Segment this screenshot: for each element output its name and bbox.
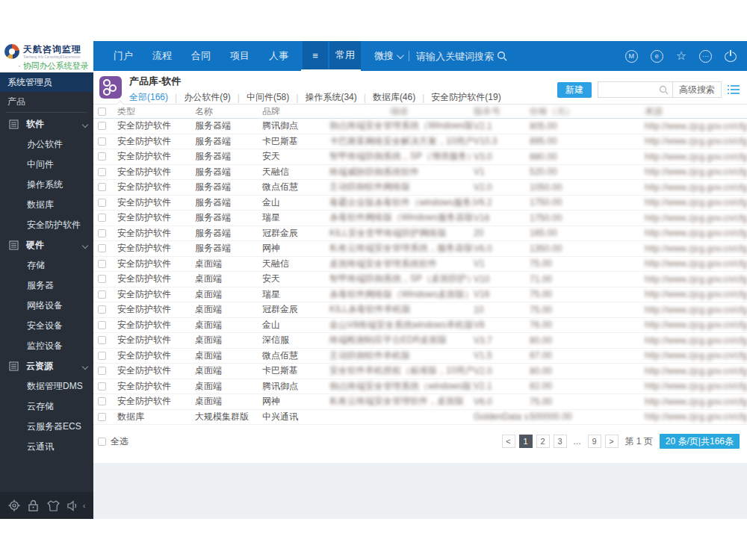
row-checkbox[interactable] <box>98 275 106 283</box>
advanced-search-button[interactable]: 高级搜索 <box>672 82 721 97</box>
settings-icon[interactable] <box>8 500 20 511</box>
tab-middleware[interactable]: 中间件(58) <box>247 91 289 104</box>
topnav-item-pinned[interactable]: 常用 <box>329 41 361 69</box>
topnav-item[interactable]: 项目 <box>220 41 259 71</box>
row-checkbox[interactable] <box>98 168 106 176</box>
sidebar-item[interactable]: 存储 <box>0 255 93 276</box>
row-checkbox[interactable] <box>98 397 106 405</box>
sidebar-group-hardware[interactable]: 硬件 <box>0 235 93 255</box>
oa-login-link[interactable]: · 协同办公系统登录 <box>18 60 89 72</box>
row-checkbox[interactable] <box>98 413 106 421</box>
sidebar-item[interactable]: 网络设备 <box>0 296 93 316</box>
table-search-input[interactable] <box>601 83 655 96</box>
row-checkbox[interactable] <box>98 199 106 207</box>
search-icon[interactable] <box>497 51 507 61</box>
row-checkbox[interactable] <box>98 244 106 252</box>
row-checkbox[interactable] <box>98 352 106 360</box>
cell-price-blurred: 1050.00 <box>530 182 645 193</box>
sidebar-item[interactable]: 数据管理DMS <box>0 376 93 396</box>
page-button-9[interactable]: 9 <box>588 435 601 448</box>
page-button-3[interactable]: 3 <box>554 435 567 448</box>
page-button-1[interactable]: 1 <box>519 435 533 448</box>
table-row[interactable]: 安全防护软件 桌面端 深信服 终端检测响应平台EDR桌面版 V3.7 80.00… <box>93 333 747 349</box>
sidebar-item[interactable]: 操作系统 <box>0 175 93 195</box>
page-size-badge[interactable]: 20 条/页|共166条 <box>660 434 740 449</box>
power-icon[interactable] <box>725 50 737 62</box>
tab-database[interactable]: 数据库(46) <box>373 91 415 104</box>
table-row[interactable]: 安全防护软件 桌面端 微点佰慧 主动防御软件单机版 V1.5 87.00 htt… <box>93 349 747 364</box>
sidebar-item[interactable]: 服务器 <box>0 276 93 296</box>
cell-version-blurred: V1 <box>474 167 530 177</box>
table-row[interactable]: 安全防护软件 桌面端 腾讯御点 御点终端安全管理系统（windows版）V2.1… <box>93 379 747 395</box>
table-row[interactable]: 安全防护软件 服务器端 微点佰慧 主动防御软件网络版 V2.0 1050.00 … <box>93 180 747 196</box>
table-row[interactable]: 安全防护软件 桌面端 瑞星 杀毒软件网络版（Windows桌面版） V16 75… <box>93 287 747 303</box>
table-row[interactable]: 安全防护软件 桌面端 天融信 桌面终端安全管理系统软件 V1 75.00 htt… <box>93 257 747 273</box>
page-button-2[interactable]: 2 <box>536 435 550 448</box>
row-checkbox[interactable] <box>98 137 106 146</box>
table-row[interactable]: 安全防护软件 服务器端 瑞星 杀毒软件网络版（Windows服务器版） V16 … <box>93 211 747 226</box>
table-row[interactable]: 安全防护软件 服务器端 腾讯御点 御点终端安全管理系统（Windows版） V2… <box>93 119 747 134</box>
sidebar-group-software[interactable]: 软件 <box>0 114 93 134</box>
table-row[interactable]: 安全防护软件 桌面端 安天 智甲终端防御系统，SP（桌面防护） V10 71.0… <box>93 272 747 287</box>
sidebar-item[interactable]: 办公软件 <box>0 134 93 155</box>
more-menu-button[interactable]: ≡ <box>303 41 328 69</box>
table-row[interactable]: 安全防护软件 桌面端 金山 金山V8终端安全系统windows单机版 V8 76… <box>93 318 747 334</box>
sidebar-item[interactable]: 云存储 <box>0 396 93 417</box>
row-checkbox[interactable] <box>98 152 106 161</box>
table-row[interactable]: 安全防护软件 服务器端 天融信 终端威胁防御系统软件 V1 520.00 htt… <box>93 165 747 181</box>
topnav-item[interactable]: 合同 <box>182 41 220 71</box>
tab-os[interactable]: 操作系统(34) <box>305 91 356 104</box>
topnav-item[interactable]: 门户 <box>104 41 143 71</box>
row-checkbox[interactable] <box>98 382 106 391</box>
row-checkbox[interactable] <box>98 367 106 375</box>
tab-all[interactable]: 全部(166) <box>129 91 168 104</box>
collapse-arrow-icon[interactable]: ‹ <box>83 502 85 510</box>
star-icon[interactable]: ☆ <box>676 50 686 62</box>
prev-page-button[interactable]: < <box>502 435 515 448</box>
table-row[interactable]: 安全防护软件 服务器端 卡巴斯基 卡巴斯基网络安全解决方案，10用户… V10.… <box>93 134 747 150</box>
m-icon[interactable]: M <box>625 50 638 63</box>
more-icon[interactable]: ··· <box>699 50 712 63</box>
next-page-button[interactable]: > <box>605 435 619 448</box>
topnav-item[interactable]: 流程 <box>143 41 182 71</box>
table-row[interactable]: 安全防护软件 服务器端 金山 毒霸企业版杀毒软件（windows服务器版） V6… <box>93 196 747 211</box>
table-row[interactable]: 安全防护软件 服务器端 网神 私有云终端安全管理系统，服务器版 V6.0 135… <box>93 241 747 257</box>
list-view-icon[interactable] <box>728 84 740 95</box>
tab-security-software[interactable]: 安全防护软件(19) <box>431 91 500 104</box>
row-checkbox[interactable] <box>98 260 106 268</box>
row-checkbox[interactable] <box>98 305 106 314</box>
sidebar-item[interactable]: 云服务器ECS <box>0 417 93 437</box>
select-all-checkbox[interactable] <box>98 108 106 116</box>
sidebar-item[interactable]: 监控设备 <box>0 336 93 356</box>
row-checkbox[interactable] <box>98 336 106 344</box>
row-checkbox[interactable] <box>98 321 106 329</box>
row-checkbox[interactable] <box>98 229 106 237</box>
global-search-input[interactable] <box>416 51 497 62</box>
table-row[interactable]: 安全防护软件 桌面端 冠群金辰 KILL杀毒软件单机版 10 75.00 htt… <box>93 302 747 318</box>
row-checkbox[interactable] <box>98 214 106 222</box>
new-button[interactable]: 新建 <box>557 82 592 98</box>
search-icon[interactable] <box>659 85 669 95</box>
theme-icon[interactable] <box>47 500 60 511</box>
search-scope-dropdown[interactable]: 微搜 <box>374 49 402 63</box>
message-icon[interactable]: e <box>651 50 663 63</box>
topnav-item[interactable]: 人事 <box>259 41 298 71</box>
table-row[interactable]: 安全防护软件 桌面端 网神 私有云终端安全管理软件，桌面版 V6.0 75.00… <box>93 394 747 410</box>
select-all-checkbox-bottom[interactable] <box>98 438 106 446</box>
row-checkbox[interactable] <box>98 183 106 191</box>
lock-icon[interactable] <box>28 500 39 511</box>
tab-office-software[interactable]: 办公软件(9) <box>184 91 231 104</box>
sidebar-item[interactable]: 安全防护软件 <box>0 215 93 235</box>
table-row[interactable]: 安全防护软件 服务器端 安天 智甲终端防御系统，SP（增强服务） V3.0 88… <box>93 149 747 165</box>
sound-icon[interactable] <box>67 500 79 511</box>
table-row[interactable]: 数据库 大规模集群版 中兴通讯 GoldenData s... 500000.0… <box>93 410 747 426</box>
sidebar-item[interactable]: 数据库 <box>0 195 93 215</box>
sidebar-group-cloud[interactable]: 云资源 <box>0 356 93 376</box>
table-row[interactable]: 安全防护软件 桌面端 卡巴斯基 安全软件单机授权（标准版，10用户） V2.0 … <box>93 364 747 379</box>
row-checkbox[interactable] <box>98 290 106 299</box>
sidebar-item[interactable]: 安全设备 <box>0 316 93 336</box>
sidebar-item[interactable]: 中间件 <box>0 155 93 175</box>
table-row[interactable]: 安全防护软件 服务器端 冠群金辰 KILL安全胄甲终端防护网络版 20 165.… <box>93 226 747 242</box>
row-checkbox[interactable] <box>98 122 106 130</box>
sidebar-item[interactable]: 云通讯 <box>0 437 93 457</box>
